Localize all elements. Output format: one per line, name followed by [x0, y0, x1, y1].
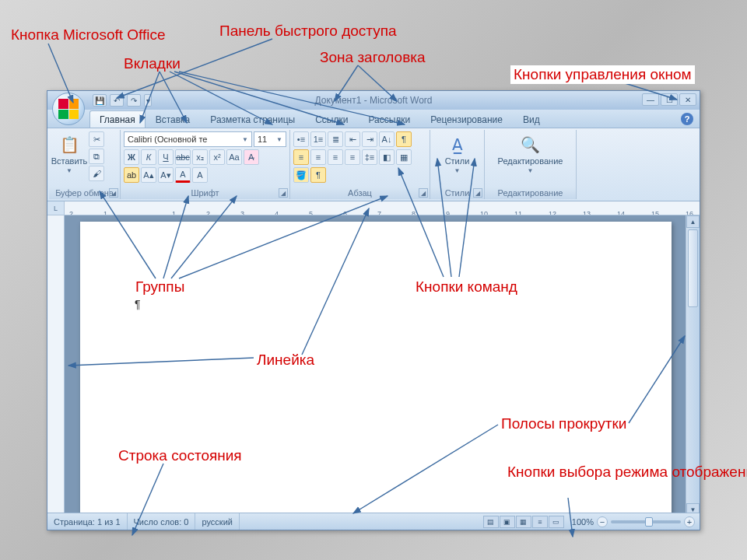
tab-review[interactable]: Рецензирование — [420, 110, 513, 128]
tab-references[interactable]: Ссылки — [305, 110, 358, 128]
annotation-groups: Группы — [132, 278, 188, 296]
paste-label: Вставить — [51, 157, 88, 166]
zoom-out-button[interactable]: − — [597, 516, 608, 527]
annotation-window-controls: Кнопки управления окном — [510, 65, 695, 84]
ruler-corner[interactable]: L — [47, 201, 65, 215]
titlebar: 💾 ↶ ↷ ▾ Документ1 - Microsoft Word — ☐ ✕ — [47, 91, 700, 110]
cut-button[interactable]: ✂ — [89, 131, 104, 147]
qat-save-button[interactable]: 💾 — [93, 94, 107, 107]
indent-inc-button[interactable]: ⇥ — [362, 131, 377, 147]
status-words[interactable]: Число слов: 0 — [128, 513, 196, 530]
underline-button[interactable]: Ч — [158, 149, 174, 165]
annotation-statusbar: Строка состояния — [115, 446, 245, 465]
zoom-controls: 100% − + — [567, 516, 700, 527]
vertical-ruler[interactable] — [47, 215, 65, 516]
scroll-up-button[interactable]: ▲ — [686, 215, 700, 228]
view-print-layout[interactable]: ▤ — [483, 516, 499, 528]
italic-button[interactable]: К — [141, 149, 156, 165]
annotation-office-button: Кнопка Microsoft Office — [8, 26, 169, 44]
grow-font-button[interactable]: A▴ — [141, 167, 156, 183]
styles-label: Стили — [445, 157, 470, 166]
show-marks-button[interactable]: ¶ — [396, 131, 412, 147]
subscript-button[interactable]: x₂ — [192, 149, 208, 165]
editing-label: Редактирование — [498, 157, 563, 166]
styles-icon: A̲ — [447, 134, 468, 156]
text-effects-button[interactable]: A — [192, 167, 208, 183]
strikethrough-button[interactable]: abc — [175, 149, 191, 165]
tab-mailings[interactable]: Рассылки — [358, 110, 420, 128]
shrink-font-button[interactable]: A▾ — [158, 167, 174, 183]
fill-button[interactable]: 🪣 — [293, 167, 309, 183]
copy-button[interactable]: ⧉ — [89, 149, 104, 164]
zoom-in-button[interactable]: + — [684, 516, 695, 527]
tab-home[interactable]: Главная — [89, 110, 146, 128]
clear-format-button[interactable]: A̶ — [244, 149, 259, 165]
help-button[interactable]: ? — [681, 113, 693, 125]
group-clipboard: 📋 Вставить ▼ ✂ ⧉ 🖌 Буфер обмена◢ — [49, 130, 121, 199]
annotation-command-buttons: Кнопки команд — [412, 278, 521, 296]
group-paragraph-label: Абзац◢ — [290, 187, 430, 199]
close-button[interactable]: ✕ — [679, 93, 696, 106]
view-web-layout[interactable]: ▦ — [516, 516, 531, 528]
paste-icon: 📋 — [58, 134, 80, 156]
zoom-slider-knob[interactable] — [645, 517, 653, 527]
clipboard-launcher[interactable]: ◢ — [109, 188, 118, 198]
status-page[interactable]: Страница: 1 из 1 — [47, 513, 128, 530]
bold-button[interactable]: Ж — [124, 149, 139, 165]
format-painter-button[interactable]: 🖌 — [89, 166, 104, 181]
group-styles-label: Стили◢ — [430, 187, 484, 199]
font-color-button[interactable]: A — [175, 167, 191, 183]
find-icon: 🔍 — [520, 134, 542, 156]
change-case-button[interactable]: Aa — [226, 149, 242, 165]
ribbon: 📋 Вставить ▼ ✂ ⧉ 🖌 Буфер обмена◢ Calibri… — [47, 128, 700, 201]
horizontal-ruler[interactable]: L 2112345678910111213141516 — [47, 201, 700, 215]
font-size-combo[interactable]: 11▼ — [254, 131, 286, 147]
paragraph-launcher[interactable]: ◢ — [419, 188, 428, 198]
superscript-button[interactable]: x² — [209, 149, 225, 165]
borders-button[interactable]: ▦ — [396, 149, 412, 165]
group-font: Calibri (Основной те▼ 11▼ Ж К Ч abc x₂ x… — [121, 130, 290, 199]
styles-launcher[interactable]: ◢ — [473, 188, 482, 198]
justify-button[interactable]: ≡ — [345, 149, 360, 165]
maximize-button[interactable]: ☐ — [661, 93, 678, 106]
annotation-title-zone: Зона заголовка — [317, 48, 429, 67]
pilcrow-button[interactable]: ¶ — [310, 167, 326, 183]
numbering-button[interactable]: 1≡ — [310, 131, 326, 147]
status-lang[interactable]: русский — [195, 513, 239, 530]
quick-access-toolbar: 💾 ↶ ↷ ▾ — [93, 94, 152, 107]
align-right-button[interactable]: ≡ — [328, 149, 343, 165]
bullets-button[interactable]: •≡ — [293, 131, 309, 147]
styles-button[interactable]: A̲ Стили ▼ — [440, 131, 475, 177]
tab-view[interactable]: Вид — [513, 110, 550, 128]
multilevel-button[interactable]: ≣ — [328, 131, 343, 147]
font-name-combo[interactable]: Calibri (Основной те▼ — [124, 131, 252, 147]
view-outline[interactable]: ≡ — [532, 516, 548, 528]
zoom-slider[interactable] — [611, 520, 681, 523]
sort-button[interactable]: A↓ — [379, 131, 395, 147]
vscroll-thumb[interactable] — [688, 229, 698, 307]
view-full-screen[interactable]: ▣ — [500, 516, 515, 528]
line-spacing-button[interactable]: ‡≡ — [362, 149, 377, 165]
align-center-button[interactable]: ≡ — [310, 149, 326, 165]
annotation-scrollbars: Полосы прокрутки — [498, 415, 630, 433]
tab-insert[interactable]: Вставка — [146, 110, 201, 128]
view-draft[interactable]: ▭ — [549, 516, 564, 528]
qat-customize-button[interactable]: ▾ — [144, 94, 152, 107]
editing-button[interactable]: 🔍 Редактирование ▼ — [498, 131, 563, 177]
qat-undo-button[interactable]: ↶ — [110, 94, 124, 107]
office-button[interactable] — [52, 93, 85, 125]
highlight-button[interactable]: ab — [124, 167, 139, 183]
font-launcher[interactable]: ◢ — [279, 188, 288, 198]
ribbon-tabs: Главная Вставка Разметка страницы Ссылки… — [47, 110, 700, 128]
tab-page-layout[interactable]: Разметка страницы — [200, 110, 305, 128]
zoom-value[interactable]: 100% — [572, 517, 594, 527]
minimize-button[interactable]: — — [642, 93, 659, 106]
qat-redo-button[interactable]: ↷ — [127, 94, 141, 107]
align-left-button[interactable]: ≡ — [293, 149, 309, 165]
paste-button[interactable]: 📋 Вставить ▼ — [52, 131, 86, 177]
office-logo-icon — [58, 99, 79, 119]
indent-dec-button[interactable]: ⇤ — [345, 131, 360, 147]
shading-button[interactable]: ◧ — [379, 149, 395, 165]
annotation-ruler: Линейка — [254, 351, 317, 369]
group-styles: A̲ Стили ▼ Стили◢ — [430, 130, 485, 199]
